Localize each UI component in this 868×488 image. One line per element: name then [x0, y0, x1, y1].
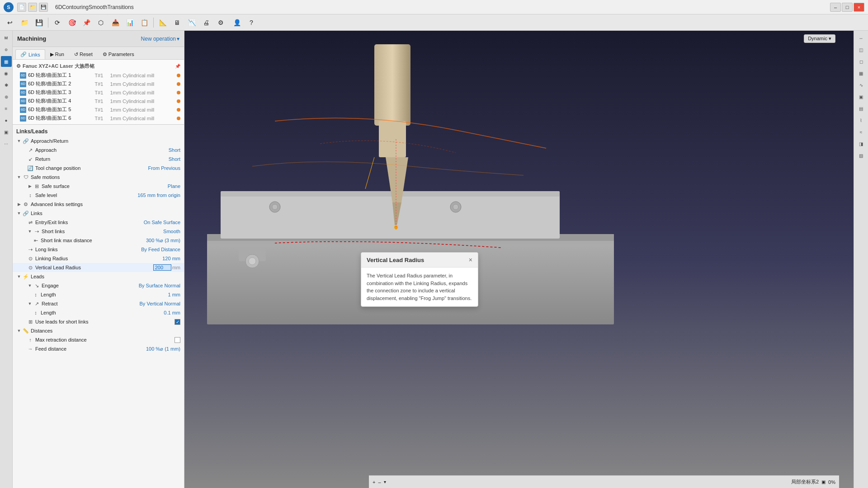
close-button[interactable]: × [854, 3, 864, 12]
3d-viewport[interactable]: Dynamic ▾ Vertical Lead Radius × The Ver… [184, 31, 854, 488]
tab-reset[interactable]: ↺ Reset [69, 49, 98, 59]
view-mode-selector[interactable]: Dynamic ▾ [804, 34, 835, 43]
tb-pin[interactable]: 📌 [80, 16, 93, 29]
tb-table[interactable]: 📊 [123, 16, 136, 29]
vp-right-icon-4[interactable]: ▦ [856, 68, 867, 79]
minimize-button[interactable]: – [830, 3, 841, 12]
tb-print[interactable]: 🖨 [200, 16, 212, 29]
max-retraction-row[interactable]: ↑ Max retraction distance [13, 335, 184, 344]
tab-run[interactable]: ▶ Run [45, 49, 69, 59]
tb-open[interactable]: 📁 [18, 16, 31, 29]
tb-shape[interactable]: ⬡ [94, 16, 107, 29]
engage-length-row[interactable]: ↕ Length 1 mm [13, 290, 184, 299]
sidebar-7[interactable]: ● [1, 115, 12, 126]
safe-surface-row[interactable]: ▶ ⊞ Safe surface Plane [13, 182, 184, 191]
vert-radius-value[interactable]: 200 [153, 264, 171, 271]
safe-level-row[interactable]: ↕ Safe level 165 mm from origin [13, 191, 184, 200]
tb-save[interactable]: 💾 [33, 16, 45, 29]
op-row-4[interactable]: 6D 6D 轮廓/曲面加工 4 T#1 1mm Cylindrical mill [13, 97, 184, 105]
max-retraction-checkbox[interactable] [175, 337, 180, 343]
short-max-value[interactable]: 300 %⌀ (3 mm) [146, 238, 180, 244]
tb-user[interactable]: 👤 [231, 16, 243, 29]
retract-length-row[interactable]: ↕ Length 0.1 mm [13, 308, 184, 317]
tb-help[interactable]: ? [245, 16, 258, 29]
long-links-row[interactable]: ⇢ Long links By Feed Distance [13, 245, 184, 254]
safe-level-value[interactable]: 165 mm from origin [137, 192, 180, 198]
vp-right-icon-5[interactable]: ∿ [856, 80, 867, 90]
tool-change-value[interactable]: From Previous [148, 165, 180, 171]
retract-length-value[interactable]: 0.1 mm [164, 310, 180, 315]
link-radius-value[interactable]: 120 mm [162, 256, 180, 261]
leads-group[interactable]: ▼ ⚡ Leads [13, 272, 184, 281]
distances-group[interactable]: ▼ 📏 Distances [13, 326, 184, 335]
vp-right-icon-9[interactable]: ≈ [856, 127, 867, 137]
vp-right-icon-6[interactable]: ▣ [856, 91, 867, 102]
zoom-in-btn[interactable]: + [373, 479, 375, 485]
sidebar-machining[interactable]: ⚙ [1, 44, 12, 55]
new-operation-button[interactable]: New operation ▾ [141, 36, 179, 42]
return-value[interactable]: Short [169, 156, 180, 162]
engage-row[interactable]: ▼ ↘ Engage By Surface Normal [13, 281, 184, 290]
short-max-dist-row[interactable]: ⇤ Short link max distance 300 %⌀ (3 mm) [13, 236, 184, 245]
approach-return-group[interactable]: ▼ 🔗 Approach/Return [13, 136, 184, 145]
tb-refresh[interactable]: ⟳ [51, 16, 64, 29]
engage-length-value[interactable]: 1 mm [168, 292, 181, 297]
retract-row[interactable]: ▼ ↗ Retract By Vertical Normal [13, 299, 184, 308]
op-row-3[interactable]: 6D 6D 轮廓/曲面加工 3 T#1 1mm Cylindrical mill [13, 88, 184, 97]
file-new-icon[interactable]: 📄 [17, 3, 26, 12]
tb-chart[interactable]: 📉 [185, 16, 198, 29]
tb-target[interactable]: 🎯 [66, 16, 78, 29]
file-save-icon[interactable]: 💾 [39, 3, 48, 12]
tb-undo[interactable]: ↩ [4, 16, 16, 29]
sidebar-active[interactable]: ▦ [1, 56, 12, 67]
safe-surface-value[interactable]: Plane [168, 183, 180, 189]
vert-lead-radius-row[interactable]: ⊙ Vertical Lead Radius 200 mm [13, 263, 184, 272]
sidebar-6[interactable]: ≡ [1, 103, 12, 114]
links-group[interactable]: ▼ 🔗 Links [13, 209, 184, 218]
linking-radius-row[interactable]: ⊙ Linking Radius 120 mm [13, 254, 184, 263]
op-row-5[interactable]: 6D 6D 轮廓/曲面加工 5 T#1 1mm Cylindrical mill [13, 105, 184, 114]
tooltip-close-button[interactable]: × [469, 256, 472, 263]
tab-parameters[interactable]: ⚙ Parameters [98, 49, 139, 59]
return-row[interactable]: ↙ Return Short [13, 155, 184, 164]
sidebar-model[interactable]: M [1, 33, 12, 43]
zoom-out-btn[interactable]: – [378, 479, 381, 485]
safe-motions-group[interactable]: ▼ 🛡 Safe motions [13, 173, 184, 182]
use-leads-row[interactable]: ⊞ Use leads for short links ✓ [13, 317, 184, 326]
feed-distance-value[interactable]: 100 %⌀ (1 mm) [146, 346, 180, 352]
entry-exit-row[interactable]: ⇌ Entry/Exit links On Safe Surface [13, 218, 184, 227]
tool-change-row[interactable]: 🔄 Tool change position From Previous [13, 164, 184, 173]
feed-distance-row[interactable]: → Feed distance 100 %⌀ (1 mm) [13, 344, 184, 353]
long-links-value[interactable]: By Feed Distance [141, 247, 180, 252]
approach-value[interactable]: Short [169, 147, 180, 153]
sidebar-4[interactable]: ✱ [1, 80, 12, 90]
op-row-6[interactable]: 6D 6D 轮廓/曲面加工 6 T#1 1mm Cylindrical mill [13, 114, 184, 122]
sidebar-8[interactable]: ▣ [1, 127, 12, 137]
op-row-1[interactable]: 6D 6D 轮廓/曲面加工 1 T#1 1mm Cylindrical mill [13, 71, 184, 80]
sidebar-sim[interactable]: ◉ [1, 68, 12, 79]
approach-row[interactable]: ↗ Approach Short [13, 145, 184, 155]
retract-value[interactable]: By Vertical Normal [140, 301, 180, 306]
coord-system-label[interactable]: 局部坐标系2 [791, 479, 819, 485]
tb-import[interactable]: 📥 [109, 16, 122, 29]
engage-value[interactable]: By Surface Normal [139, 283, 180, 288]
tb-measure[interactable]: 📐 [156, 16, 169, 29]
sidebar-5[interactable]: ⊕ [1, 91, 12, 102]
file-open-icon[interactable]: 📁 [28, 3, 37, 12]
vp-right-icon-10[interactable]: ◨ [856, 138, 867, 149]
use-leads-checkbox[interactable]: ✓ [175, 319, 180, 325]
vp-right-icon-1[interactable]: ↔ [856, 33, 867, 43]
short-links-row[interactable]: ▼ ⇢ Short links Smooth [13, 227, 184, 236]
zoom-level[interactable]: 0% [828, 479, 835, 485]
op-row-2[interactable]: 6D 6D 轮廓/曲面加工 2 T#1 1mm Cylindrical mill [13, 80, 184, 88]
tb-settings[interactable]: ⚙ [214, 16, 227, 29]
vp-right-icon-7[interactable]: ▤ [856, 103, 867, 114]
vp-right-icon-8[interactable]: ⌇ [856, 115, 867, 126]
vp-right-icon-11[interactable]: ▧ [856, 150, 867, 161]
vp-right-icon-3[interactable]: ◻ [856, 56, 867, 67]
tb-clipboard[interactable]: 📋 [138, 16, 151, 29]
short-links-value[interactable]: Smooth [163, 229, 180, 234]
tb-screen[interactable]: 🖥 [171, 16, 184, 29]
tab-links[interactable]: 🔗 🔗 Links Links [15, 49, 45, 59]
sidebar-9[interactable]: ··· [1, 138, 12, 149]
